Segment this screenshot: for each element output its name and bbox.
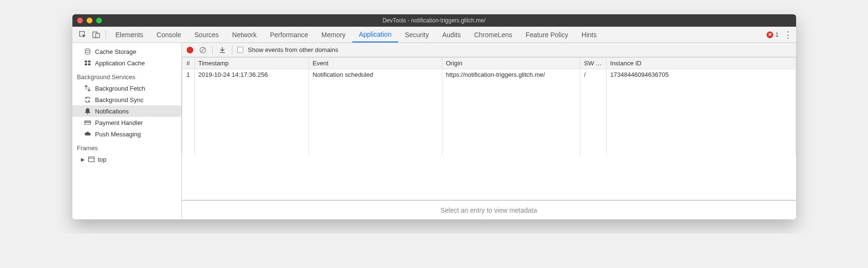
- sidebar-item-application-cache[interactable]: Application Cache: [72, 57, 181, 69]
- detail-pane: Select an entry to view metadata: [182, 200, 796, 219]
- device-icon: [92, 31, 100, 39]
- sidebar-label: Background Fetch: [95, 85, 146, 92]
- tab-feature-policy[interactable]: Feature Policy: [519, 27, 575, 42]
- tab-console[interactable]: Console: [150, 27, 188, 42]
- col-header-num[interactable]: #: [182, 58, 194, 69]
- cloud-icon: [84, 130, 91, 138]
- record-button[interactable]: [187, 47, 193, 53]
- minimize-window-button[interactable]: [87, 18, 92, 23]
- sidebar-label: Background Sync: [95, 96, 144, 103]
- download-button[interactable]: [218, 45, 227, 55]
- sidebar-item-frame-top[interactable]: ▶ top: [72, 154, 181, 165]
- tab-elements[interactable]: Elements: [109, 27, 150, 42]
- content-area: Show events from other domains # Timesta…: [182, 43, 796, 219]
- svg-rect-10: [85, 122, 90, 123]
- fetch-icon: [84, 84, 91, 92]
- frame-icon: [88, 155, 95, 163]
- sidebar-item-notifications[interactable]: Notifications: [72, 105, 181, 117]
- sidebar-label: Push Messaging: [95, 131, 141, 138]
- grid-icon: [84, 59, 91, 67]
- tab-audits[interactable]: Audits: [436, 27, 468, 42]
- frame-label: top: [98, 156, 107, 163]
- window-controls: [72, 18, 102, 23]
- sidebar-item-background-sync[interactable]: Background Sync: [72, 94, 181, 105]
- events-table-wrap: # Timestamp Event Origin SW … Instance I…: [182, 57, 796, 200]
- cell-sw: /: [580, 69, 606, 155]
- col-header-instance[interactable]: Instance ID: [606, 58, 796, 69]
- inspect-element-button[interactable]: [76, 28, 90, 41]
- card-icon: [84, 119, 91, 126]
- devtools-tabbar: ElementsConsoleSourcesNetworkPerformance…: [72, 27, 796, 43]
- device-toolbar-button[interactable]: [90, 28, 103, 41]
- svg-point-8: [87, 113, 88, 114]
- col-header-sw[interactable]: SW …: [580, 58, 606, 69]
- sidebar-header-frames: Frames: [72, 140, 181, 154]
- events-toolbar: Show events from other domains: [182, 43, 796, 57]
- table-row[interactable]: 12019-10-24 14:17:36.256Notification sch…: [182, 69, 796, 155]
- show-other-domains-checkbox[interactable]: [237, 47, 243, 53]
- sidebar-item-cache-storage[interactable]: Cache Storage: [72, 46, 181, 57]
- svg-point-3: [85, 49, 90, 51]
- svg-rect-7: [88, 63, 90, 65]
- svg-rect-6: [85, 63, 87, 65]
- more-menu-button[interactable]: ⋮: [784, 31, 792, 39]
- svg-rect-2: [96, 33, 100, 38]
- cell-origin: https://notification-triggers.glitch.me/: [442, 69, 580, 155]
- detail-placeholder: Select an entry to view metadata: [440, 206, 537, 214]
- error-icon: ✕: [767, 31, 773, 38]
- svg-line-14: [201, 48, 205, 52]
- sidebar-label: Application Cache: [95, 60, 145, 67]
- tab-application[interactable]: Application: [352, 27, 399, 42]
- tab-chromelens[interactable]: ChromeLens: [468, 27, 519, 42]
- divider: [106, 31, 106, 39]
- tab-sources[interactable]: Sources: [188, 27, 225, 42]
- clear-button[interactable]: [198, 45, 208, 55]
- tab-security[interactable]: Security: [398, 27, 436, 42]
- sidebar-label: Cache Storage: [95, 48, 137, 55]
- titlebar: DevTools - notification-triggers.glitch.…: [72, 14, 796, 27]
- events-table: # Timestamp Event Origin SW … Instance I…: [182, 57, 796, 155]
- svg-rect-5: [88, 61, 90, 62]
- window-title: DevTools - notification-triggers.glitch.…: [382, 17, 485, 24]
- svg-rect-4: [85, 61, 87, 62]
- devtools-window: DevTools - notification-triggers.glitch.…: [72, 14, 796, 219]
- error-badge[interactable]: ✕ 1: [767, 31, 778, 38]
- maximize-window-button[interactable]: [96, 18, 102, 23]
- database-icon: [84, 48, 91, 55]
- svg-rect-11: [89, 157, 94, 162]
- sync-icon: [84, 96, 91, 103]
- table-header-row: # Timestamp Event Origin SW … Instance I…: [182, 58, 796, 69]
- tab-network[interactable]: Network: [226, 27, 263, 42]
- triangle-right-icon: ▶: [81, 157, 85, 162]
- cell-num: 1: [182, 69, 194, 155]
- download-icon: [219, 46, 226, 54]
- col-header-timestamp[interactable]: Timestamp: [194, 58, 309, 69]
- col-header-origin[interactable]: Origin: [442, 58, 580, 69]
- sidebar-label: Payment Handler: [95, 119, 143, 126]
- bell-icon: [84, 107, 91, 115]
- show-other-domains-label: Show events from other domains: [248, 46, 339, 53]
- sidebar-label: Notifications: [95, 108, 129, 115]
- close-window-button[interactable]: [77, 18, 83, 23]
- sidebar-item-push-messaging[interactable]: Push Messaging: [72, 128, 181, 140]
- sidebar-header-background-services: Background Services: [72, 69, 181, 82]
- sidebar-item-payment-handler[interactable]: Payment Handler: [72, 117, 181, 128]
- clear-icon: [199, 46, 207, 54]
- sidebar-item-background-fetch[interactable]: Background Fetch: [72, 82, 181, 94]
- main-area: Cache Storage Application Cache Backgrou…: [72, 43, 796, 219]
- tab-hints[interactable]: Hints: [575, 27, 603, 42]
- cell-instance: 17348446094636705: [606, 69, 796, 155]
- inspect-icon: [79, 31, 87, 39]
- tabbar-right: ✕ 1 ⋮: [767, 31, 792, 39]
- panel-tabs: ElementsConsoleSourcesNetworkPerformance…: [109, 27, 604, 42]
- tab-performance[interactable]: Performance: [263, 27, 315, 42]
- error-count: 1: [775, 31, 778, 38]
- application-sidebar: Cache Storage Application Cache Backgrou…: [72, 43, 182, 219]
- cell-timestamp: 2019-10-24 14:17:36.256: [194, 69, 309, 155]
- divider: [232, 46, 232, 54]
- tab-memory[interactable]: Memory: [315, 27, 352, 42]
- divider: [212, 46, 213, 54]
- col-header-event[interactable]: Event: [309, 58, 442, 69]
- cell-event: Notification scheduled: [309, 69, 442, 155]
